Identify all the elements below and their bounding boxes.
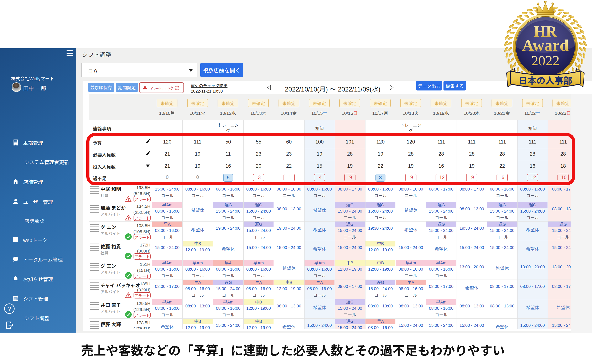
svg-text:Award: Award: [522, 36, 569, 54]
svg-text:日本の人事部: 日本の人事部: [519, 76, 572, 86]
svg-text:2022: 2022: [531, 53, 559, 68]
